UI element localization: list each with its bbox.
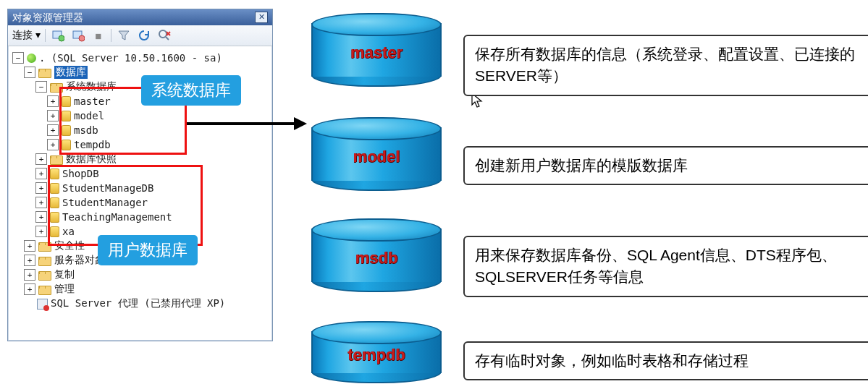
arrow-icon (185, 113, 308, 135)
desc-master: 保存所有数据库的信息（系统登录、配置设置、已连接的SERVER等） (463, 35, 868, 96)
svg-point-1 (59, 35, 64, 41)
desc-model: 创建新用户数据库的模版数据库 (463, 146, 868, 185)
expand-icon[interactable]: + (35, 211, 47, 223)
folder-icon (38, 286, 51, 295)
expand-icon[interactable]: + (47, 124, 59, 136)
svg-point-3 (79, 35, 85, 41)
search-remove-icon[interactable] (156, 27, 172, 43)
cylinder-model: model (311, 117, 442, 191)
stop-icon[interactable]: ■ (90, 27, 106, 43)
separator (45, 29, 46, 42)
refresh-icon[interactable] (136, 27, 152, 43)
filter-icon[interactable] (116, 27, 132, 43)
expand-icon[interactable]: + (47, 95, 59, 107)
expand-icon[interactable]: + (35, 197, 47, 208)
desc-msdb-text: 用来保存数据库备份、SQL Agent信息、DTS程序包、SQLSERVER任务… (475, 247, 837, 285)
expand-icon[interactable]: + (35, 226, 47, 237)
cylinder-tempdb-label: tempdb (311, 346, 442, 364)
expand-icon[interactable]: + (47, 110, 59, 121)
collapse-icon[interactable]: − (24, 67, 35, 78)
desc-tempdb-text: 存有临时对象，例如临时表格和存储过程 (475, 352, 749, 369)
cylinder-master: master (311, 13, 442, 87)
explorer-title-text: 对象资源管理器 (12, 9, 83, 25)
agent-label: SQL Server 代理 (已禁用代理 XP) (51, 297, 225, 310)
agent-icon (37, 299, 48, 310)
cylinder-msdb: msdb (311, 218, 442, 292)
callout-user-db: 用户数据库 (98, 235, 198, 265)
expand-icon[interactable]: + (24, 269, 35, 281)
expand-icon[interactable]: + (47, 139, 59, 150)
separator (111, 29, 111, 42)
connect-button[interactable]: 连接 ▾ (12, 29, 41, 42)
connect-object-icon[interactable] (50, 27, 66, 43)
cylinder-msdb-label: msdb (311, 249, 442, 268)
tree-server-root[interactable]: − . (SQL Server 10.50.1600 - sa) (12, 51, 269, 65)
cylinder-master-label: master (311, 43, 442, 62)
disconnect-icon[interactable] (70, 27, 86, 43)
expand-icon[interactable]: + (24, 240, 35, 252)
tree-sql-agent[interactable]: SQL Server 代理 (已禁用代理 XP) (12, 296, 269, 311)
desc-tempdb: 存有临时对象，例如临时表格和存储过程 (463, 341, 868, 380)
chevron-down-icon: ▾ (35, 29, 41, 40)
highlight-user-databases (48, 165, 203, 246)
replication-label: 复制 (54, 268, 75, 281)
server-icon (27, 54, 36, 63)
folder-icon (38, 69, 51, 78)
tree-management[interactable]: + 管理 (12, 282, 269, 296)
tree-replication[interactable]: + 复制 (12, 268, 269, 282)
cylinder-tempdb: tempdb (311, 321, 442, 383)
expand-icon[interactable]: + (35, 153, 47, 165)
management-label: 管理 (54, 283, 75, 296)
callout-system-db: 系统数据库 (141, 75, 241, 106)
connect-label: 连接 (12, 29, 33, 40)
expand-icon[interactable]: + (35, 182, 47, 194)
svg-line-5 (166, 37, 169, 40)
server-label: . (SQL Server 10.50.1600 - sa) (39, 52, 222, 64)
svg-point-4 (159, 30, 167, 38)
close-icon[interactable]: ✕ (255, 12, 268, 23)
folder-icon (38, 257, 51, 266)
explorer-toolbar: 连接 ▾ ■ (8, 25, 272, 46)
folder-icon (38, 271, 51, 281)
explorer-titlebar[interactable]: 对象资源管理器 ✕ (8, 9, 272, 25)
collapse-icon[interactable]: − (35, 81, 47, 93)
folder-icon (50, 155, 63, 165)
expand-icon[interactable]: + (24, 255, 35, 266)
desc-master-text: 保存所有数据库的信息（系统登录、配置设置、已连接的SERVER等） (475, 46, 855, 84)
svg-marker-9 (294, 117, 307, 130)
collapse-icon[interactable]: − (12, 52, 24, 64)
desc-model-text: 创建新用户数据库的模版数据库 (475, 157, 688, 174)
expand-icon[interactable]: + (35, 168, 47, 179)
cylinder-model-label: model (311, 148, 442, 166)
desc-msdb: 用来保存数据库备份、SQL Agent信息、DTS程序包、SQLSERVER任务… (463, 236, 868, 297)
expand-icon[interactable]: + (24, 283, 35, 295)
databases-label: 数据库 (54, 66, 88, 79)
